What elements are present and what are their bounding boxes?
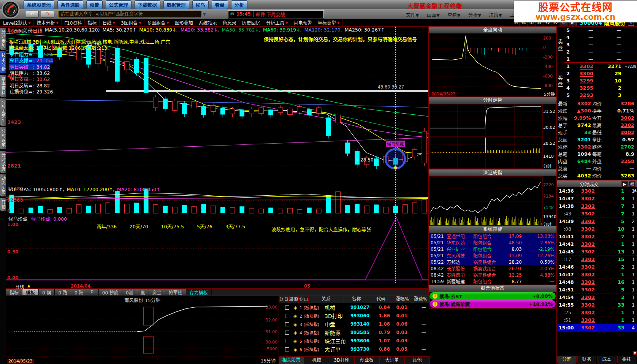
toolbar-item-1[interactable]: 技术分析▼ [34,19,62,26]
bottom-tab-5[interactable]: 0. [87,289,98,295]
date-axis-row[interactable]: 日线 ▲ 2014/04 05 [6,283,428,289]
tick-row[interactable]: :25330211 [557,309,637,317]
queue-row[interactable]: 3—— [564,41,637,48]
top-button-5[interactable]: 数据管理 [163,0,189,9]
tick-row[interactable]: 14:483302161 [557,279,637,286]
command-input[interactable] [58,11,202,18]
szci-panel[interactable]: 深证成指 72207184714813940分时 [429,169,556,226]
queue-row[interactable]: 2330029 [564,70,637,77]
toolbar-item-8[interactable]: 系统指示 [196,19,220,26]
szci-chart[interactable] [429,176,543,226]
tick-row[interactable]: 14:36330211 [557,187,637,195]
table-row[interactable]: ◈5 (板块指)珠江三角9936061.070.03— [279,337,430,345]
tick-row[interactable]: 14:42330211 [557,241,637,248]
toolbar-item-13[interactable]: 坐标类型▼ [315,19,343,26]
rel-col-header-1[interactable]: 名称 [344,296,369,303]
scroll-down-icon[interactable]: ▼ [633,351,637,355]
rel-tab-2[interactable]: 3D打印 [329,357,354,364]
bottom-tab-9[interactable]: 资金 [149,289,165,295]
top-button-2[interactable]: 预警 [86,0,103,9]
top-button-4[interactable]: 下载数据 [135,0,160,9]
toolbar-item-4[interactable]: 日线▼ [100,19,118,26]
top-button-7[interactable]: 看盘 [212,0,228,9]
menu-2[interactable]: 查看▼ [447,11,461,18]
menu-0[interactable]: 文件▼ [406,11,419,18]
toolbar-item-12[interactable]: 闪电预警 [291,19,315,26]
tick-row[interactable]: :083302101 [557,225,637,233]
row-checkbox[interactable] [285,305,289,310]
table-row[interactable]: ◈2 (板块指)3D打印9930601.660.01— [279,312,430,320]
app-logo[interactable] [2,0,20,19]
sidebar-tab-技术分析[interactable]: 技术分析 [0,51,6,73]
bottom-tab-8[interactable]: 赢 [137,289,149,295]
bottom-tab-11[interactable]: 存为模板 [186,289,212,295]
candle-pane[interactable]: ⚑ 南风股份日线 MA(5,10,20,30,60,120) MA5: 30.2… [6,27,428,186]
tick-row[interactable]: 14:51330251 [557,286,637,294]
tick-row[interactable]: 14:39330252 [557,218,637,225]
toolbar-item-9[interactable]: 备忘录 [220,19,239,26]
queue-row[interactable]: 1—— [564,55,637,63]
tick-row[interactable]: :173302151 [557,256,637,263]
sidebar-tab-分时走势1[interactable]: 分时走势1 [0,98,6,126]
mode-cell-3[interactable]: 股 [294,296,299,303]
table-row[interactable]: ◈4 (板块指)新能源9935850.790.03— [279,328,430,337]
toolbar-item-0[interactable]: Level2默认▼ [0,19,34,26]
intraday-panel[interactable]: 分时走势 31.5230.0228.521418分时 [429,97,556,169]
row-checkbox[interactable] [285,339,289,343]
mode-cell-0[interactable]: 分 [279,296,284,303]
mode-cell-5[interactable]: □ [304,296,309,303]
back-button[interactable]: ↶ [25,11,39,17]
row-checkbox[interactable] [285,331,289,335]
sidebar-tab-分时逐笔[interactable]: 分时逐笔 [0,127,6,149]
top-button-3[interactable]: 公式管理 [106,0,132,9]
right-tab-0[interactable]: 分笔 [557,356,577,364]
tick-row[interactable]: 14:46330221 [557,263,637,271]
alert-row[interactable]: 05/21东风科技阳包组合13.0912.26% [429,252,556,259]
queue-row[interactable]: 133023271+3238 [564,63,637,70]
ticks-detail-button[interactable]: 细 [629,181,635,187]
right-tab-1[interactable]: 财务 [577,356,597,364]
rel-col-header-0[interactable]: 关系 [309,296,344,303]
mail-widget[interactable]: ✉ 15:45 邮件 下周会战 [228,10,324,18]
rel-col-header-2[interactable]: 代码 [369,296,393,303]
toolbar-item-3[interactable]: 指标 [85,19,100,26]
tick-row[interactable]: :43330271 [557,210,637,218]
intraday-chart[interactable] [429,104,543,169]
bottom-tab-3[interactable]: 0 路 [55,289,71,295]
toolbar-item-2[interactable]: F10资料 [62,19,85,26]
tick-row[interactable]: 14:37330231 [557,195,637,203]
sidebar-tab-其他[interactable]: 其他 [0,198,6,211]
alert-row[interactable]: 05/21华东医药阳包组合48.502.86% [429,239,556,246]
bottom-tab-2[interactable]: 0 候 [39,289,55,295]
rel-tab-0[interactable]: 相关股票 [279,357,304,364]
bottom-tab-7[interactable]: 0测 [122,289,137,295]
tick-row[interactable]: 15:003302334 [557,324,637,332]
toolbar-item-11[interactable]: 分析工具▼ [263,19,291,26]
toolbar-item-5[interactable]: 3图组合▼ [118,19,144,26]
tick-row[interactable]: 14:553302331 [557,301,637,309]
tick-row[interactable]: 14:453302131 [557,248,637,256]
alert-row[interactable]: 05/21兴业矿业阳包组合8.03-2.19% [429,246,556,252]
tick-row[interactable]: :51330211 [557,317,637,324]
bottom-tab-0[interactable]: 指标 [6,289,22,295]
mode-cell-2[interactable]: 周 [289,296,294,303]
bottom-tab-1[interactable]: 模板 [22,289,39,295]
rel-tab-1[interactable]: 机械 [304,357,329,364]
top-button-1[interactable]: 条件选股 [57,0,83,9]
daily-chart[interactable]: ⚑ 南风股份日线 MA(5,10,20,30,60,120) MA5: 30.2… [6,27,428,283]
tick-list[interactable]: ▲ 14:3633021114:3733023114:38330271:4333… [557,187,637,356]
alert-row[interactable]: 08:42泰胜风能锅卖铁组合12.254.88% [429,272,556,278]
market-move-panel[interactable]: 全盘向动 2000-200-400-600-800 2014/05/235分钟 [429,27,556,97]
table-row[interactable]: ◈3 (板块指)中盘9931401.080.06— [279,320,430,328]
command-dropdown-icon[interactable]: ▼ [203,12,206,16]
row-checkbox[interactable] [285,347,289,351]
row-checkbox[interactable] [285,314,289,318]
menu-1[interactable]: 画面▼ [427,11,440,18]
tick-row[interactable]: 14:41330271 [557,233,637,241]
sidebar-tab-分时走势[interactable]: 分时走势 [0,28,6,50]
alert-row[interactable]: 05/21宜通世纪阳包组合17.0913.03% [429,233,556,239]
table-row[interactable]: ◈1 (板块指)机械9910270.840.01— [279,303,430,312]
forward-button[interactable]: ↷ [41,11,54,17]
queue-row[interactable]: 3329910 [564,77,637,84]
toolbar-item-10[interactable]: 历史回忆 [239,19,263,26]
